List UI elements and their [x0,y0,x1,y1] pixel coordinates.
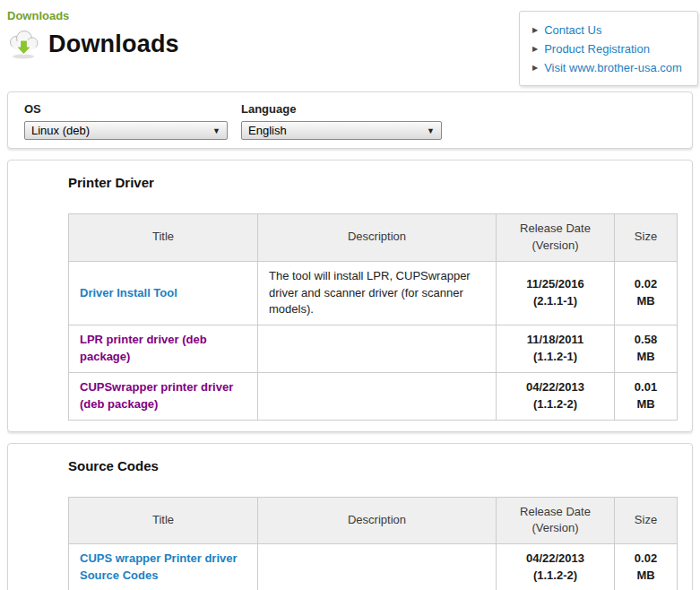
column-header-size: Size [615,214,678,262]
cloud-download-icon [7,29,40,59]
page-title: Downloads [48,30,179,58]
language-label: Language [241,102,442,116]
dropdown-caret-icon: ▼ [212,126,220,135]
language-select[interactable]: English ▼ [241,121,442,140]
printer-driver-section: Printer Driver Title Description Release… [7,160,693,432]
source-codes-section: Source Codes Title Description Release D… [7,443,693,590]
release-date-cell: 11/18/2011 (1.1.2-1) [497,325,615,373]
arrow-right-icon: ▶ [532,46,538,53]
column-header-title: Title [69,497,258,544]
breadcrumb[interactable]: Downloads [7,9,69,22]
filter-panel: OS Linux (deb) ▼ Language English ▼ [7,91,693,149]
title-cell: LPR printer driver (deb package) [69,325,258,373]
column-header-description: Description [258,497,497,544]
quick-link-label: Contact Us [544,23,601,37]
product-registration-link[interactable]: ▶ Product Registration [532,39,687,58]
description-cell: The tool will install LPR, CUPSwrapper d… [258,261,497,325]
arrow-right-icon: ▶ [532,65,538,72]
visit-brother-usa-link[interactable]: ▶ Visit www.brother-usa.com [532,58,687,77]
contact-us-link[interactable]: ▶ Contact Us [532,21,687,39]
title-cell: Driver Install Tool [69,261,258,325]
size-cell: 0.01 MB [615,372,678,420]
os-selected-value: Linux (deb) [31,124,205,137]
cups-wrapper-source-codes-link[interactable]: CUPS wrapper Printer driver Source Codes [80,551,238,582]
title-cell: CUPSwrapper printer driver (deb package) [69,372,258,420]
language-filter-group: Language English ▼ [241,102,442,136]
dropdown-caret-icon: ▼ [427,126,435,135]
description-cell [258,325,497,373]
size-cell: 0.02 MB [615,544,678,590]
section-heading: Source Codes [68,458,692,473]
column-header-title: Title [69,214,258,262]
os-filter-group: OS Linux (deb) ▼ [24,102,228,136]
table-header-row: Title Description Release Date (Version)… [69,214,678,262]
table-header-row: Title Description Release Date (Version)… [69,497,678,544]
description-cell [258,372,497,420]
arrow-right-icon: ▶ [532,27,538,34]
release-date-cell: 04/22/2013 (1.1.2-2) [497,372,615,420]
column-header-release-date: Release Date (Version) [497,497,615,544]
language-selected-value: English [248,124,419,137]
cupswrapper-printer-driver-link[interactable]: CUPSwrapper printer driver (deb package) [80,380,233,411]
column-header-description: Description [258,214,497,262]
column-header-size: Size [615,497,678,544]
section-heading: Printer Driver [68,175,692,190]
quick-links-box: ▶ Contact Us ▶ Product Registration ▶ Vi… [519,11,698,86]
release-date-cell: 04/22/2013 (1.1.2-2) [497,544,615,590]
table-row: CUPSwrapper printer driver (deb package)… [69,372,678,420]
description-cell [258,544,497,590]
quick-link-label: Product Registration [544,42,650,56]
size-cell: 0.02 MB [615,261,678,325]
printer-driver-table: Title Description Release Date (Version)… [68,213,678,421]
table-row: Driver Install Tool The tool will instal… [69,261,678,325]
os-select[interactable]: Linux (deb) ▼ [24,121,228,140]
os-label: OS [24,102,228,116]
lpr-printer-driver-link[interactable]: LPR printer driver (deb package) [80,333,207,363]
table-row: CUPS wrapper Printer driver Source Codes… [69,544,678,590]
source-codes-table: Title Description Release Date (Version)… [68,497,678,590]
size-cell: 0.58 MB [615,325,678,373]
column-header-release-date: Release Date (Version) [497,214,615,262]
title-cell: CUPS wrapper Printer driver Source Codes [69,544,258,590]
driver-install-tool-link[interactable]: Driver Install Tool [80,286,177,299]
table-row: LPR printer driver (deb package) 11/18/2… [69,325,678,373]
quick-link-label: Visit www.brother-usa.com [544,61,682,74]
page-header: Downloads Downloads ▶ Contact Us ▶ Produ… [0,7,700,77]
release-date-cell: 11/25/2016 (2.1.1-1) [497,261,615,325]
